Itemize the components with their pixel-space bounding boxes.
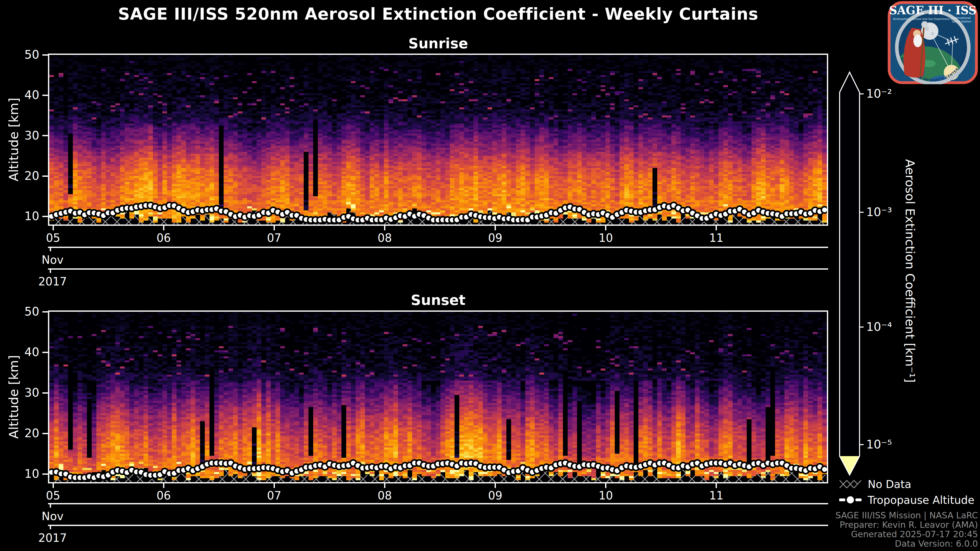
sunrise-x-tick-label: 05 bbox=[38, 231, 68, 245]
sunset-x-tick-label: 11 bbox=[701, 489, 732, 502]
logo-moon-crater bbox=[931, 32, 934, 35]
no-data-swatch-icon bbox=[839, 480, 862, 489]
sunrise-x-tick-label: 08 bbox=[369, 231, 400, 245]
logo-subtitle-right1: International bbox=[953, 16, 970, 20]
sunrise-y-tick-label: 20 bbox=[7, 169, 39, 183]
colorbar bbox=[838, 70, 867, 478]
sunrise-y-tickmark bbox=[42, 54, 48, 56]
sunrise-y-tickmark bbox=[42, 216, 48, 217]
sunrise-y-tick-label: 40 bbox=[7, 88, 39, 102]
sunset-x-tickmark bbox=[605, 483, 606, 488]
sunset-x-tickmark bbox=[384, 483, 385, 488]
sunrise-x-tickmark bbox=[274, 226, 275, 230]
sunrise-x-tickmark bbox=[163, 226, 164, 230]
sunrise-y-tick-label: 50 bbox=[7, 48, 39, 62]
sunset-year-tickmark bbox=[50, 526, 51, 529]
sunset-x-tickmark bbox=[274, 483, 275, 488]
colorbar-tick-label: 10⁻² bbox=[866, 87, 892, 100]
tropopause-label: Tropopause Altitude bbox=[868, 494, 974, 507]
sunset-plot-area bbox=[48, 310, 828, 483]
sunrise-y-tickmark bbox=[42, 95, 48, 96]
footer-line: Generated 2025-07-17 20:45 bbox=[835, 530, 978, 539]
sunset-x-tick-label: 08 bbox=[369, 489, 400, 502]
sunrise-panel-title: Sunrise bbox=[0, 35, 877, 52]
sunset-x-tick-label: 09 bbox=[480, 489, 511, 502]
page-title: SAGE III/ISS 520nm Aerosol Extinction Co… bbox=[0, 5, 877, 24]
sunset-y-tick-label: 40 bbox=[7, 345, 39, 359]
sunrise-heatmap-canvas bbox=[49, 55, 827, 224]
sunrise-year-tickmark bbox=[50, 270, 51, 273]
sunset-y-tickmark bbox=[42, 473, 48, 475]
logo-subtitle-left: Stratospheric Aerosol and Gas Experiment… bbox=[893, 17, 953, 21]
footer-line: Preparer: Kevin R. Leavor (AMA) bbox=[835, 520, 978, 530]
sunrise-x-tickmark bbox=[716, 226, 717, 230]
sunrise-plot-area bbox=[48, 54, 828, 226]
sunrise-year-label: 2017 bbox=[32, 275, 73, 288]
sunset-month-label: Nov bbox=[32, 510, 73, 523]
sunrise-x-tickmark bbox=[495, 226, 496, 230]
sunrise-x-tick-label: 11 bbox=[701, 231, 732, 245]
sunset-year-label: 2017 bbox=[32, 531, 73, 545]
sunset-y-tick-label: 10 bbox=[7, 467, 39, 481]
footer: SAGE III/ISS Mission | NASA LaRC Prepare… bbox=[835, 511, 978, 548]
sunset-y-tick-label: 30 bbox=[7, 386, 39, 400]
logo-title: SAGE III · ISS bbox=[889, 4, 977, 17]
sunrise-y-tick-label: 30 bbox=[7, 129, 39, 142]
sunrise-x-tick-label: 10 bbox=[590, 231, 621, 245]
sunrise-x-tickmark bbox=[384, 226, 385, 230]
sunset-y-tick-label: 50 bbox=[7, 305, 39, 318]
sunset-x-tick-label: 05 bbox=[38, 489, 68, 502]
sunset-month-axis-line bbox=[48, 503, 828, 504]
tropopause-swatch-icon bbox=[839, 495, 862, 505]
sunrise-x-tick-label: 07 bbox=[259, 231, 290, 245]
colorbar-tick-label: 10⁻⁵ bbox=[866, 437, 892, 451]
sunrise-y-tick-label: 10 bbox=[7, 209, 39, 223]
colorbar-gradient-bar bbox=[840, 72, 859, 475]
sunrise-y-tickmark bbox=[42, 176, 48, 177]
logo-subtitle-right2: Space Station bbox=[952, 20, 971, 23]
sunset-x-tickmark bbox=[52, 483, 54, 488]
sunset-x-tick-label: 07 bbox=[259, 489, 290, 502]
colorbar-axis-label: Aerosol Extinction Coefficient [km⁻¹] bbox=[903, 159, 917, 383]
sunset-month-tickmark bbox=[50, 504, 51, 508]
mission-logo: BALL · NASA LANGLEY RESEARCH CENTER · TA… bbox=[888, 1, 978, 84]
footer-line: Data Version: 6.0.0 bbox=[835, 539, 978, 548]
no-data-label: No Data bbox=[868, 478, 912, 491]
sunrise-month-tickmark bbox=[50, 248, 51, 251]
colorbar-tick-label: 10⁻³ bbox=[866, 205, 892, 219]
sunset-y-tick-label: 20 bbox=[7, 426, 39, 440]
sunset-y-tickmark bbox=[42, 392, 48, 394]
sunset-x-tickmark bbox=[495, 483, 496, 488]
sunset-x-tickmark bbox=[163, 483, 164, 488]
sunrise-x-tickmark bbox=[52, 226, 54, 230]
sunset-x-tickmark bbox=[716, 483, 717, 488]
sunrise-month-axis-line bbox=[48, 247, 828, 248]
sunrise-year-axis-line bbox=[48, 268, 828, 270]
colorbar-ticks bbox=[859, 94, 864, 445]
footer-line: SAGE III/ISS Mission | NASA LaRC bbox=[835, 511, 978, 520]
sunrise-y-tickmark bbox=[42, 135, 48, 136]
colorbar-tick-label: 10⁻⁴ bbox=[866, 320, 892, 333]
sunrise-month-label: Nov bbox=[32, 253, 73, 266]
sunset-y-tickmark bbox=[42, 311, 48, 313]
sunrise-x-tickmark bbox=[605, 226, 606, 230]
sunset-y-tickmark bbox=[42, 352, 48, 353]
sunrise-x-tick-label: 06 bbox=[148, 231, 179, 245]
sunset-panel-title: Sunset bbox=[0, 292, 877, 308]
sunset-x-tick-label: 10 bbox=[590, 489, 621, 502]
sunset-heatmap-canvas bbox=[49, 312, 827, 482]
sunset-x-tick-label: 06 bbox=[148, 489, 179, 502]
sunset-year-axis-line bbox=[48, 525, 828, 526]
figure: SAGE III/ISS 520nm Aerosol Extinction Co… bbox=[0, 0, 980, 551]
sunset-y-tickmark bbox=[42, 433, 48, 434]
sunrise-x-tick-label: 09 bbox=[480, 231, 511, 245]
